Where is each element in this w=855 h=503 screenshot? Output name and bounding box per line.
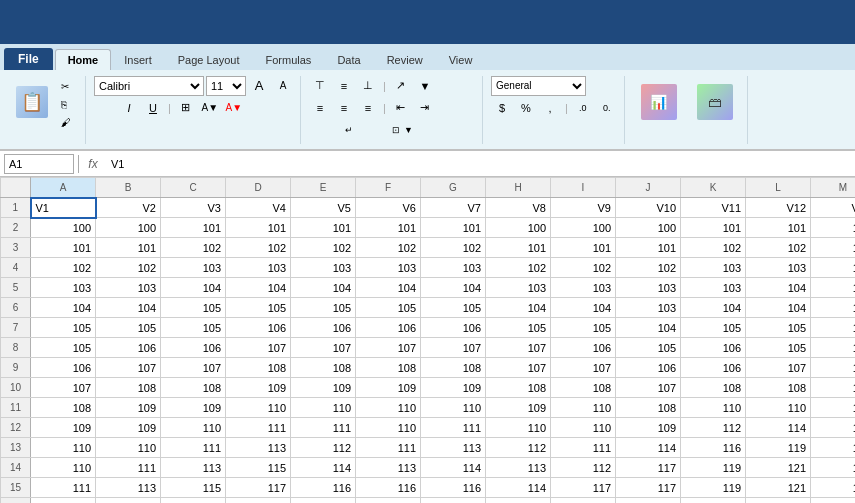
col-header-I[interactable]: I	[551, 178, 616, 198]
indent-increase-btn[interactable]: ⇥	[414, 98, 436, 118]
cell-A2[interactable]: 100	[31, 218, 96, 238]
col-header-F[interactable]: F	[356, 178, 421, 198]
cell-C5[interactable]: 104	[161, 278, 226, 298]
font-color-button[interactable]: A▼	[223, 98, 245, 118]
merge-center-button[interactable]: ⊡ ▼	[391, 120, 476, 140]
col-header-G[interactable]: G	[421, 178, 486, 198]
cell-I13[interactable]: 111	[551, 438, 616, 458]
cell-J4[interactable]: 102	[616, 258, 681, 278]
cell-L15[interactable]: 121	[746, 478, 811, 498]
copy-button[interactable]: ⎘	[56, 96, 79, 113]
cell-I10[interactable]: 108	[551, 378, 616, 398]
cell-H14[interactable]: 113	[486, 458, 551, 478]
cell-J16[interactable]: 120	[616, 498, 681, 504]
cell-F15[interactable]: 116	[356, 478, 421, 498]
row-header-13[interactable]: 13	[1, 438, 31, 458]
cell-C6[interactable]: 105	[161, 298, 226, 318]
cell-E15[interactable]: 116	[291, 478, 356, 498]
row-header-12[interactable]: 12	[1, 418, 31, 438]
cell-D12[interactable]: 111	[226, 418, 291, 438]
cell-F14[interactable]: 113	[356, 458, 421, 478]
cell-C10[interactable]: 108	[161, 378, 226, 398]
undo-quick-btn[interactable]	[14, 32, 20, 34]
cell-M6[interactable]: 105	[811, 298, 856, 318]
cell-A5[interactable]: 103	[31, 278, 96, 298]
row-header-8[interactable]: 8	[1, 338, 31, 358]
cell-D16[interactable]: 117	[226, 498, 291, 504]
cell-M2[interactable]: 102	[811, 218, 856, 238]
cell-I12[interactable]: 110	[551, 418, 616, 438]
cell-L3[interactable]: 102	[746, 238, 811, 258]
cell-D14[interactable]: 115	[226, 458, 291, 478]
cell-E1[interactable]: V5	[291, 198, 356, 218]
cell-D2[interactable]: 101	[226, 218, 291, 238]
cell-L10[interactable]: 108	[746, 378, 811, 398]
cell-L13[interactable]: 119	[746, 438, 811, 458]
cell-L1[interactable]: V12	[746, 198, 811, 218]
conditional-formatting-button[interactable]: 📊	[633, 76, 685, 132]
cell-A16[interactable]: 114	[31, 498, 96, 504]
cell-I6[interactable]: 104	[551, 298, 616, 318]
cell-E10[interactable]: 109	[291, 378, 356, 398]
cell-K5[interactable]: 103	[681, 278, 746, 298]
align-middle-btn[interactable]: ≡	[333, 76, 355, 96]
cell-C7[interactable]: 105	[161, 318, 226, 338]
cell-C8[interactable]: 106	[161, 338, 226, 358]
cell-H13[interactable]: 112	[486, 438, 551, 458]
cell-G13[interactable]: 113	[421, 438, 486, 458]
cell-H11[interactable]: 109	[486, 398, 551, 418]
spreadsheet[interactable]: A B C D E F G H I J K L M 1V1V2V3V4V5V6V…	[0, 177, 855, 503]
cell-G10[interactable]: 109	[421, 378, 486, 398]
cell-A15[interactable]: 111	[31, 478, 96, 498]
cell-J8[interactable]: 105	[616, 338, 681, 358]
cell-L2[interactable]: 101	[746, 218, 811, 238]
cell-D3[interactable]: 102	[226, 238, 291, 258]
cell-E2[interactable]: 101	[291, 218, 356, 238]
cell-I3[interactable]: 101	[551, 238, 616, 258]
cell-H3[interactable]: 101	[486, 238, 551, 258]
cell-D8[interactable]: 107	[226, 338, 291, 358]
indent-decrease-btn[interactable]: ⇤	[390, 98, 412, 118]
cell-G14[interactable]: 114	[421, 458, 486, 478]
cell-D1[interactable]: V4	[226, 198, 291, 218]
cell-G9[interactable]: 108	[421, 358, 486, 378]
cell-M14[interactable]: 124	[811, 458, 856, 478]
cell-H2[interactable]: 100	[486, 218, 551, 238]
tab-file[interactable]: File	[4, 48, 53, 70]
cell-K13[interactable]: 116	[681, 438, 746, 458]
cell-E11[interactable]: 110	[291, 398, 356, 418]
cell-H5[interactable]: 103	[486, 278, 551, 298]
italic-button[interactable]: I	[118, 98, 140, 118]
cell-F9[interactable]: 108	[356, 358, 421, 378]
percent-btn[interactable]: %	[515, 98, 537, 118]
cell-G15[interactable]: 116	[421, 478, 486, 498]
format-painter-button[interactable]: 🖌	[56, 114, 79, 131]
cell-D11[interactable]: 110	[226, 398, 291, 418]
cell-M16[interactable]: 126	[811, 498, 856, 504]
cell-F3[interactable]: 102	[356, 238, 421, 258]
cell-K6[interactable]: 104	[681, 298, 746, 318]
cell-I4[interactable]: 102	[551, 258, 616, 278]
cell-K12[interactable]: 112	[681, 418, 746, 438]
cell-J9[interactable]: 106	[616, 358, 681, 378]
cell-B10[interactable]: 108	[96, 378, 161, 398]
align-top-btn[interactable]: ⊤	[309, 76, 331, 96]
cell-G5[interactable]: 104	[421, 278, 486, 298]
cell-J1[interactable]: V10	[616, 198, 681, 218]
cell-K3[interactable]: 102	[681, 238, 746, 258]
cell-H4[interactable]: 102	[486, 258, 551, 278]
cell-K7[interactable]: 105	[681, 318, 746, 338]
wrap-text-button[interactable]: ↵	[309, 120, 389, 140]
col-header-D[interactable]: D	[226, 178, 291, 198]
cell-E14[interactable]: 114	[291, 458, 356, 478]
cell-H15[interactable]: 114	[486, 478, 551, 498]
col-header-H[interactable]: H	[486, 178, 551, 198]
cell-B16[interactable]: 115	[96, 498, 161, 504]
cell-G8[interactable]: 107	[421, 338, 486, 358]
row-header-14[interactable]: 14	[1, 458, 31, 478]
cell-K1[interactable]: V11	[681, 198, 746, 218]
cell-H8[interactable]: 107	[486, 338, 551, 358]
cell-A14[interactable]: 110	[31, 458, 96, 478]
cell-F11[interactable]: 110	[356, 398, 421, 418]
redo-quick-btn[interactable]	[24, 32, 30, 34]
